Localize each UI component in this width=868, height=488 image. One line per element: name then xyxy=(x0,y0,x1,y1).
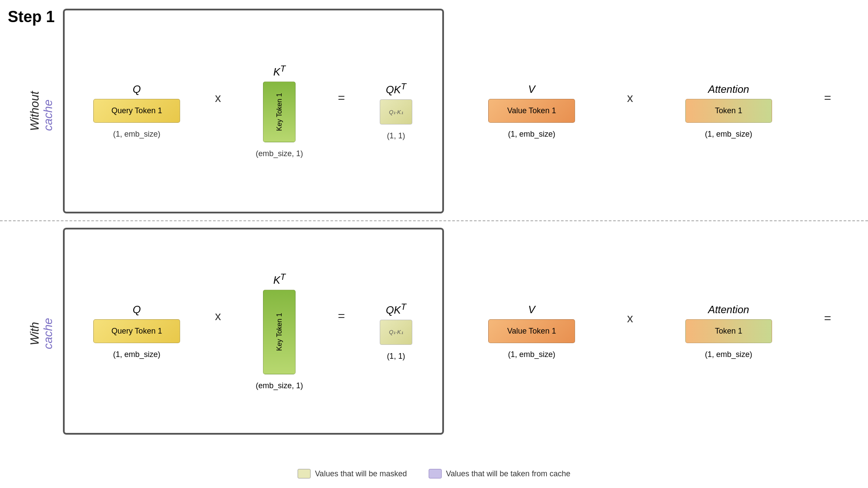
q-dim-bottom: (1, emb_size) xyxy=(113,350,161,359)
qkt-column-top: QKT Q₁·K₁ (1, 1) xyxy=(380,82,412,141)
equals-op2-top: = xyxy=(824,91,831,105)
kt-dim-top: (emb_size, 1) xyxy=(256,149,303,158)
q-column-top: Q Query Token 1 (1, emb_size) xyxy=(93,83,180,139)
q-dim-top: (1, emb_size) xyxy=(113,130,161,139)
left-bracket-group-bottom: Q Query Token 1 (1, emb_size) x KT Key T… xyxy=(63,228,441,435)
without-cache-label: Without cache xyxy=(28,91,55,131)
qkt-dim-top: (1, 1) xyxy=(387,131,405,141)
dashed-divider xyxy=(0,220,868,221)
legend: Values that will be masked Values that w… xyxy=(298,469,571,478)
v-header-bottom: V xyxy=(528,304,535,316)
value-token-box-bottom: Value Token 1 xyxy=(488,319,575,343)
right-portion-top: V Value Token 1 (1, emb_size) x Attentio… xyxy=(462,9,857,213)
section-with-cache: With cache Q Query Token 1 (1, emb_size)… xyxy=(63,228,857,458)
key-token-box-bottom: Key Token 1 xyxy=(263,290,296,374)
equals-op2-bottom: = xyxy=(824,311,831,325)
multiply-op2-bottom: x xyxy=(627,311,633,325)
attention-dim-bottom: (1, emb_size) xyxy=(705,350,752,359)
kt-dim-bottom: (emb_size, 1) xyxy=(256,381,303,390)
bracket-content-bottom: Q Query Token 1 (1, emb_size) x KT Key T… xyxy=(76,228,430,435)
equals-op-bottom: = xyxy=(338,309,345,323)
v-dim-top: (1, emb_size) xyxy=(508,130,555,139)
v-header-top: V xyxy=(528,83,535,95)
kt-header-top: KT xyxy=(273,64,286,78)
qkt-result-box-top: Q₁·K₁ xyxy=(380,99,412,124)
left-bracket-group-top: Q Query Token 1 (1, emb_size) x KT Key T… xyxy=(63,9,441,213)
v-dim-bottom: (1, emb_size) xyxy=(508,350,555,359)
legend-cache-label: Values that will be taken from cache xyxy=(446,469,570,478)
attention-column-top: Attention Token 1 (1, emb_size) xyxy=(685,83,772,139)
step-label: Step 1 xyxy=(8,8,55,26)
qkt-header-top: QKT xyxy=(386,82,406,96)
q-header-top: Q xyxy=(133,83,141,95)
equals-op-top: = xyxy=(338,91,345,105)
attention-token-box-top: Token 1 xyxy=(685,99,772,123)
qkt-header-bottom: QKT xyxy=(386,302,406,316)
qkt-result-box-bottom: Q₁·K₁ xyxy=(380,320,412,345)
v-column-bottom: V Value Token 1 (1, emb_size) xyxy=(488,304,575,359)
kt-column-top: KT Key Token 1 (emb_size, 1) xyxy=(256,64,303,158)
kt-column-bottom: KT Key Token 1 (emb_size, 1) xyxy=(256,272,303,390)
bracket-content-top: Q Query Token 1 (1, emb_size) x KT Key T… xyxy=(76,9,430,213)
attention-dim-top: (1, emb_size) xyxy=(705,130,752,139)
attention-column-bottom: Attention Token 1 (1, emb_size) xyxy=(685,304,772,359)
right-portion-bottom: V Value Token 1 (1, emb_size) x Attentio… xyxy=(462,228,857,435)
attention-token-box-bottom: Token 1 xyxy=(685,319,772,343)
key-token-box-top: Key Token 1 xyxy=(263,82,296,142)
multiply-op-bottom: x xyxy=(215,309,221,323)
q-header-bottom: Q xyxy=(133,304,141,316)
attention-header-top: Attention xyxy=(708,83,749,95)
section-without-cache: Without cache Q Query Token 1 (1, emb_si… xyxy=(63,9,857,213)
multiply-op-top: x xyxy=(215,91,221,105)
page-wrapper: Step 1 Without cache Q Query Token 1 (1,… xyxy=(0,0,868,488)
legend-masked: Values that will be masked xyxy=(298,469,407,478)
bracket-right-bottom xyxy=(436,228,444,435)
multiply-op2-top: x xyxy=(627,91,633,105)
query-token-box-top: Query Token 1 xyxy=(93,99,180,123)
qkt-dim-bottom: (1, 1) xyxy=(387,352,405,361)
legend-masked-label: Values that will be masked xyxy=(315,469,407,478)
query-token-box-bottom: Query Token 1 xyxy=(93,319,180,343)
attention-header-bottom: Attention xyxy=(708,304,749,316)
legend-cache-box xyxy=(428,469,441,478)
with-cache-label: With cache xyxy=(28,318,55,349)
value-token-box-top: Value Token 1 xyxy=(488,99,575,123)
qkt-column-bottom: QKT Q₁·K₁ (1, 1) xyxy=(380,302,412,361)
v-column-top: V Value Token 1 (1, emb_size) xyxy=(488,83,575,139)
q-column-bottom: Q Query Token 1 (1, emb_size) xyxy=(93,304,180,359)
kt-header-bottom: KT xyxy=(273,272,286,286)
legend-cache: Values that will be taken from cache xyxy=(428,469,570,478)
legend-masked-box xyxy=(298,469,311,478)
bracket-right-top xyxy=(436,9,444,213)
